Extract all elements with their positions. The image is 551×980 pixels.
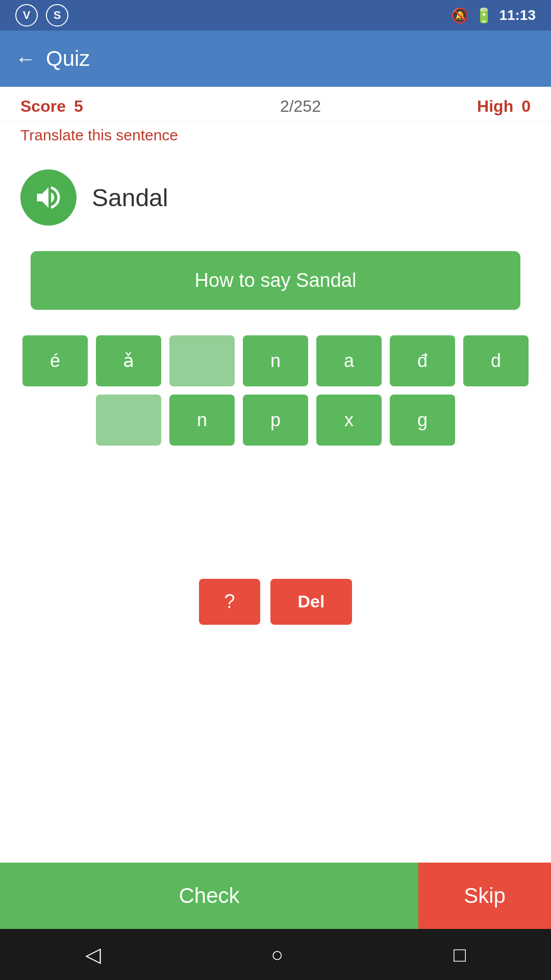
key-a-caron[interactable]: ǎ [96, 335, 161, 386]
key-empty-1[interactable] [169, 335, 235, 386]
del-button[interactable]: Del [270, 579, 352, 625]
action-row: ? Del [0, 569, 551, 635]
nav-recent-icon[interactable]: □ [454, 943, 466, 966]
key-x[interactable]: x [316, 395, 382, 446]
speaker-icon [33, 182, 64, 213]
key-a[interactable]: a [316, 335, 382, 386]
keyboard-row-2: n p x g [20, 395, 531, 446]
status-time: 11:13 [499, 7, 536, 23]
translate-instruction: Translate this sentence [0, 121, 551, 154]
help-button[interactable]: ? [199, 579, 260, 625]
speaker-button[interactable] [20, 169, 77, 226]
key-d[interactable]: d [463, 335, 529, 386]
status-bar-left: V S [15, 4, 68, 27]
key-n[interactable]: n [243, 335, 308, 386]
status-bar: V S 🔕 🔋 11:13 [0, 0, 551, 31]
key-p[interactable]: p [243, 395, 308, 446]
nav-home-icon[interactable]: ○ [271, 943, 283, 966]
score-label: Score [20, 97, 66, 116]
word-text: Sandal [92, 184, 168, 212]
skip-button[interactable]: Skip [418, 863, 551, 929]
s-icon: S [46, 4, 68, 27]
word-area: Sandal [0, 154, 551, 241]
answer-box: How to say Sandal [31, 251, 520, 310]
app-bar: ← Quiz [0, 31, 551, 87]
status-icons-right: 🔕 🔋 11:13 [451, 7, 536, 24]
keyboard-section: é ǎ n a đ d n p x g [0, 325, 551, 569]
nav-back-icon[interactable]: ◁ [85, 943, 101, 966]
battery-icon: 🔋 [475, 7, 493, 24]
key-empty-2[interactable] [96, 395, 161, 446]
score-value: 5 [74, 97, 83, 116]
score-bar: Score 5 2/252 High 0 [0, 87, 551, 121]
back-button[interactable]: ← [15, 47, 36, 70]
key-d-stroke[interactable]: đ [390, 335, 455, 386]
answer-section: How to say Sandal [0, 241, 551, 325]
progress-text: 2/252 [124, 97, 477, 116]
key-n2[interactable]: n [169, 395, 235, 446]
bottom-bar: Check Skip [0, 863, 551, 929]
check-button[interactable]: Check [0, 863, 418, 929]
nav-bar: ◁ ○ □ [0, 929, 551, 980]
app-title: Quiz [46, 46, 90, 71]
key-e-accent[interactable]: é [22, 335, 88, 386]
notification-icon: 🔕 [451, 7, 469, 24]
high-value: 0 [521, 97, 531, 116]
keyboard-row-1: é ǎ n a đ d [20, 335, 531, 386]
v-icon: V [15, 4, 38, 27]
spacer [0, 635, 551, 863]
high-label: High [477, 97, 513, 116]
key-g[interactable]: g [390, 395, 455, 446]
